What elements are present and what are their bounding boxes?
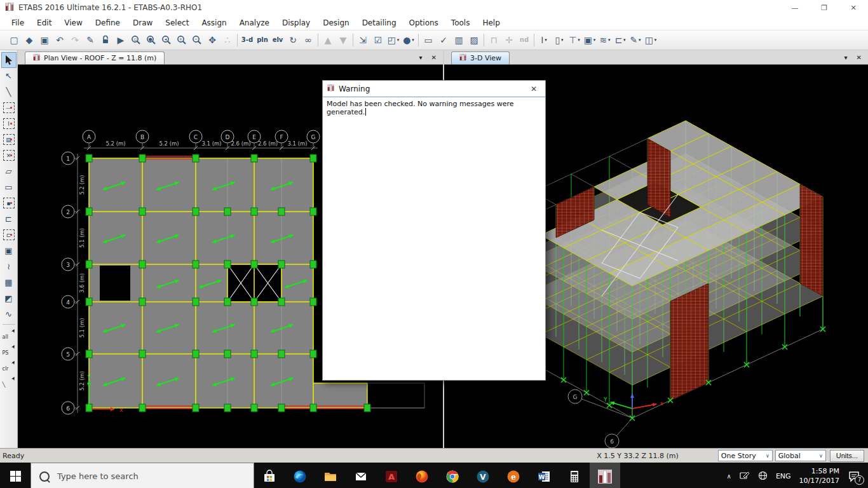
dropdown-caret-icon[interactable]: ▾ bbox=[654, 38, 657, 43]
quick-draw-secondary-beams-icon[interactable]: ▤ bbox=[1, 132, 17, 147]
network-globe-icon[interactable] bbox=[758, 471, 768, 482]
three-d-tab-caret-icon[interactable]: ▾ bbox=[844, 54, 848, 61]
edit-pencil-icon[interactable]: ✎ bbox=[83, 32, 98, 48]
draw-ramp-icon[interactable]: ◩ bbox=[1, 290, 17, 306]
perspective-toggle-icon[interactable]: ∞ bbox=[301, 32, 316, 48]
warning-dialog-close-icon[interactable]: ✕ bbox=[524, 83, 544, 95]
minimize-button[interactable]: — bbox=[780, 0, 810, 15]
rotate-3d-icon[interactable]: ↻ bbox=[285, 32, 301, 48]
select-pointer-icon[interactable] bbox=[1, 52, 17, 68]
wall-section-icon[interactable]: ▯▾ bbox=[552, 32, 567, 48]
menu-analyze[interactable]: Analyze bbox=[233, 17, 276, 29]
taskbar-app-e-app[interactable]: e bbox=[498, 463, 529, 488]
three-d-tab-close-icon[interactable]: ✕ bbox=[857, 54, 862, 61]
draw-area-icon[interactable]: ▱ bbox=[1, 163, 17, 179]
draw-wall-mesh-icon[interactable]: ▦ bbox=[1, 274, 17, 290]
restore-full-view-icon[interactable]: ● bbox=[144, 32, 159, 48]
draw-link-icon[interactable]: ≀ bbox=[1, 259, 17, 274]
taskbar-clock[interactable]: 1:58 PM 10/17/2017 bbox=[799, 467, 839, 485]
snap-options-icon[interactable]: ✓ bbox=[436, 32, 451, 48]
taskbar-app-calculator[interactable] bbox=[559, 463, 590, 488]
deselect-icon[interactable]: ╲➤ bbox=[1, 374, 17, 390]
tab-plan-view[interactable]: Plan View - ROOF - Z = 11.8 (m) bbox=[25, 51, 165, 64]
menu-help[interactable]: Help bbox=[476, 17, 506, 29]
rebar-icon[interactable]: ≋▾ bbox=[597, 32, 613, 48]
start-button[interactable] bbox=[0, 463, 31, 488]
unlock-model-icon[interactable] bbox=[98, 32, 113, 48]
menu-edit[interactable]: Edit bbox=[31, 17, 58, 29]
reshape-object-icon[interactable]: ↖ bbox=[1, 68, 17, 84]
dropdown-caret-icon[interactable]: ▾ bbox=[545, 38, 547, 43]
channel-section-icon[interactable]: ⊏▾ bbox=[613, 32, 628, 48]
tee-section-icon[interactable]: ⊤▾ bbox=[567, 32, 582, 48]
menu-define[interactable]: Define bbox=[89, 17, 126, 29]
new-model-icon[interactable]: ▢ bbox=[6, 32, 22, 48]
elevation-view-icon[interactable]: elv bbox=[270, 32, 285, 48]
taskbar-app-firefox[interactable] bbox=[407, 463, 437, 488]
menu-file[interactable]: File bbox=[5, 17, 31, 29]
quick-draw-braces-icon[interactable]: ✕ bbox=[1, 147, 17, 163]
dropdown-caret-icon[interactable]: ▾ bbox=[412, 38, 414, 43]
zoom-in-icon[interactable]: + bbox=[174, 32, 189, 48]
menu-select[interactable]: Select bbox=[159, 17, 195, 29]
previous-zoom-icon[interactable]: ◂ bbox=[159, 32, 174, 48]
draw-section-icon[interactable]: ✎▾ bbox=[628, 32, 643, 48]
taskbar-app-autocad[interactable]: A bbox=[376, 463, 407, 488]
shaded-display-icon[interactable]: ●▾ bbox=[401, 32, 416, 48]
draw-wall-opening-icon[interactable]: ▣ bbox=[1, 243, 17, 259]
menu-options[interactable]: Options bbox=[403, 17, 445, 29]
menu-tools[interactable]: Tools bbox=[445, 17, 477, 29]
plan-view-icon[interactable]: pln bbox=[255, 32, 270, 48]
tab-3d-view[interactable]: 3-D View bbox=[451, 51, 510, 64]
dropdown-caret-icon[interactable]: ▾ bbox=[593, 38, 596, 43]
zoom-out-icon[interactable]: − bbox=[189, 32, 205, 48]
quick-draw-wall-icon[interactable]: ⊏ bbox=[1, 227, 17, 243]
taskbar-app-edge[interactable] bbox=[285, 463, 315, 488]
object-display-options-icon[interactable]: ☑ bbox=[370, 32, 386, 48]
draw-rect-area-icon[interactable]: ▭ bbox=[1, 179, 17, 195]
menu-detailing[interactable]: Detailing bbox=[356, 17, 403, 29]
set-view-options-icon[interactable]: ◰▾ bbox=[386, 32, 401, 48]
dropdown-caret-icon[interactable]: ▾ bbox=[578, 38, 580, 43]
select-previous-icon[interactable]: PS➤ bbox=[1, 342, 17, 358]
language-indicator[interactable]: ENG bbox=[776, 472, 791, 480]
taskbar-search[interactable]: Type here to search bbox=[31, 463, 254, 488]
story-selector-dropdown[interactable]: One Story ∨ bbox=[718, 450, 773, 461]
taskbar-app-mail[interactable] bbox=[346, 463, 376, 488]
plan-tab-caret-icon[interactable]: ▾ bbox=[419, 54, 423, 61]
menu-display[interactable]: Display bbox=[276, 17, 316, 29]
wall-stack-icon[interactable]: ◫▾ bbox=[643, 32, 658, 48]
quick-draw-area-icon[interactable]: ▪ bbox=[1, 195, 17, 211]
quick-draw-column-icon[interactable]: I bbox=[1, 116, 17, 132]
open-model-icon[interactable]: ◆ bbox=[22, 32, 37, 48]
menu-assign[interactable]: Assign bbox=[195, 17, 233, 29]
hatch-display-icon[interactable]: ▨ bbox=[466, 32, 482, 48]
restore-button[interactable]: ❐ bbox=[810, 0, 839, 15]
draw-dimension-icon[interactable]: ∿ bbox=[1, 306, 17, 322]
extrude-view-icon[interactable]: ▥ bbox=[451, 32, 466, 48]
menu-draw[interactable]: Draw bbox=[126, 17, 159, 29]
dropdown-caret-icon[interactable]: ▾ bbox=[561, 38, 564, 43]
coordinate-system-dropdown[interactable]: Global ∨ bbox=[775, 450, 826, 461]
dropdown-caret-icon[interactable]: ▾ bbox=[639, 38, 641, 43]
close-button[interactable]: ✕ bbox=[839, 0, 868, 15]
dropdown-caret-icon[interactable]: ▾ bbox=[397, 38, 400, 43]
shrink-objects-icon[interactable]: ⇲ bbox=[355, 32, 370, 48]
pen-input-icon[interactable] bbox=[740, 471, 750, 482]
save-model-icon[interactable]: ▣ bbox=[37, 32, 52, 48]
dropdown-caret-icon[interactable]: ▾ bbox=[623, 38, 626, 43]
action-center-icon[interactable]: 7 bbox=[848, 470, 862, 483]
undo-icon[interactable]: ↶ bbox=[52, 32, 67, 48]
boxed-section-icon[interactable]: ▣▾ bbox=[582, 32, 597, 48]
plan-tab-close-icon[interactable]: ✕ bbox=[431, 54, 437, 61]
draw-frame-icon[interactable]: ▭ bbox=[421, 32, 436, 48]
menu-design[interactable]: Design bbox=[316, 17, 355, 29]
rubber-band-zoom-icon[interactable]: ▫ bbox=[128, 32, 144, 48]
menu-view[interactable]: View bbox=[58, 17, 88, 29]
units-button[interactable]: Units... bbox=[830, 450, 864, 462]
taskbar-app-word[interactable]: W bbox=[529, 463, 559, 488]
warning-dialog-titlebar[interactable]: Warning ✕ bbox=[323, 81, 545, 97]
i-section-icon[interactable]: I▾ bbox=[536, 32, 552, 48]
draw-wall-icon[interactable]: ⊏ bbox=[1, 211, 17, 227]
taskbar-app-v-app[interactable]: V bbox=[468, 463, 498, 488]
